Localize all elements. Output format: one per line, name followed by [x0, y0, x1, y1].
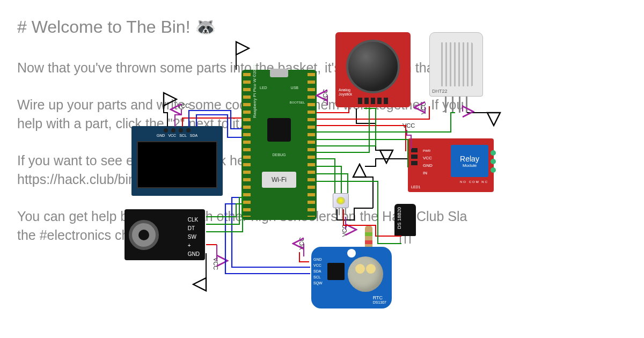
rotary-pin-labels: CLK DT SW + GND [188, 216, 200, 259]
relay-block: Relay Module [451, 145, 488, 177]
raspberry-pi-pico[interactable]: Wi-Fi Raspberry Pi Pico W ©2022 DEBUG LE… [241, 70, 317, 220]
relay-terminal-labels: NO COM NC [460, 180, 488, 183]
oled-pin-labels: GND VCC SCL SDA [157, 134, 197, 137]
vcc-label: VCC [213, 258, 219, 270]
rtc-star-icon [347, 249, 356, 258]
rtc-coin-cell [348, 256, 383, 292]
vcc-label: VCC [298, 237, 305, 249]
ds18b20-sensor[interactable]: DS 18B20 [394, 204, 416, 236]
joystick-pins [358, 98, 388, 104]
pico-led-label: LED [260, 86, 267, 90]
relay-terminal [491, 150, 496, 173]
joystick-stick[interactable] [346, 40, 400, 93]
vcc-label: VCC [322, 89, 328, 101]
vcc-label: VCC [402, 122, 415, 129]
relay-input-pins [411, 148, 418, 165]
pico-silkscreen: Raspberry Pi Pico W ©2022 [252, 64, 257, 118]
pico-usb-port [270, 69, 288, 77]
joystick-label: Analog Joystick [339, 88, 352, 97]
pico-rp2040-chip [267, 118, 291, 142]
rgb-led[interactable] [333, 193, 349, 208]
vcc-label: VCC [341, 224, 348, 237]
pico-usb-label: USB [291, 86, 298, 90]
relay-led-label: LED1 [411, 185, 421, 189]
oled-screen [137, 141, 217, 188]
relay-pin-labels: PWR VCC GND IN [423, 147, 433, 177]
rtc-module[interactable]: GND VCC SDA SCL SQW RTC DS1307 [311, 247, 392, 308]
pico-debug-label: DEBUG [273, 153, 286, 157]
rotary-knob[interactable] [129, 220, 159, 250]
rtc-pin-labels: GND VCC SDA SCL SQW [313, 258, 323, 285]
dht-grill [438, 42, 474, 86]
ds18b20-label: DS 18B20 [397, 207, 402, 229]
circuit-diagram: Wi-Fi Raspberry Pi Pico W ©2022 DEBUG LE… [0, 0, 644, 338]
pico-bootsel-label: BOOTSEL [290, 101, 305, 104]
rotary-encoder[interactable]: CLK DT SW + GND [125, 209, 205, 260]
rtc-title: RTC DS1307 [373, 295, 386, 304]
pico-wifi-module: Wi-Fi [262, 172, 296, 188]
dht-label: DHT22 [432, 89, 448, 94]
oled-display[interactable]: GND VCC SCL SDA [131, 126, 223, 196]
vcc-label: VCC [420, 102, 427, 114]
oled-header [164, 128, 191, 133]
dht22-sensor[interactable]: DHT22 [429, 32, 483, 113]
analog-joystick[interactable]: Analog Joystick [335, 32, 411, 107]
rtc-chip [327, 263, 345, 280]
vcc-label: VCC [177, 102, 189, 109]
relay-module[interactable]: PWR VCC GND IN Relay Module NO COM NC LE… [408, 138, 494, 192]
